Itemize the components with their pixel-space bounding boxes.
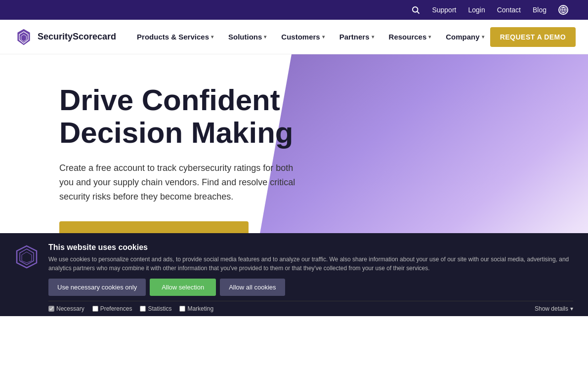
nav-blog-link[interactable]: Blog (533, 6, 546, 14)
nav-resources[interactable]: Resources ▾ (383, 29, 437, 45)
necessary-checkbox[interactable] (48, 306, 54, 312)
chevron-down-icon: ▾ (372, 34, 374, 40)
cookie-banner: This website uses cookies We use cookies… (0, 233, 588, 316)
cookie-checkbox-preferences[interactable]: Preferences (92, 305, 132, 312)
use-necessary-cookies-button[interactable]: Use necessary cookies only (48, 279, 146, 296)
top-bar: Support Login Contact Blog (0, 0, 588, 20)
cookie-text: We use cookies to personalize content an… (48, 255, 573, 273)
allow-selection-button[interactable]: Allow selection (150, 279, 216, 296)
nav-contact-link[interactable]: Contact (497, 6, 521, 14)
hero-title: Drive Confident Decision Making (59, 84, 306, 149)
nav-links: Products & Services ▾ Solutions ▾ Custom… (131, 29, 490, 45)
chevron-down-icon: ▾ (211, 34, 213, 40)
cookie-buttons: Use necessary cookies only Allow selecti… (48, 279, 573, 296)
nav-products-services[interactable]: Products & Services ▾ (131, 29, 219, 45)
hero-section: Drive Confident Decision Making Create a… (0, 54, 588, 316)
svg-line-1 (418, 11, 420, 13)
preferences-checkbox[interactable] (92, 306, 98, 312)
language-selector[interactable] (558, 5, 568, 15)
chevron-down-icon: ▾ (428, 34, 431, 40)
nav-support-link[interactable]: Support (432, 6, 456, 14)
nav-solutions[interactable]: Solutions ▾ (222, 29, 272, 45)
search-icon[interactable] (411, 5, 420, 14)
svg-point-0 (413, 7, 418, 12)
nav-login-link[interactable]: Login (468, 6, 485, 14)
nav-company[interactable]: Company ▾ (440, 29, 490, 45)
cookie-title: This website uses cookies (48, 243, 573, 252)
statistics-checkbox[interactable] (140, 306, 146, 312)
cookie-checkbox-necessary[interactable]: Necessary (48, 305, 84, 312)
chevron-down-icon: ▾ (264, 34, 266, 40)
logo-icon (15, 28, 33, 46)
logo[interactable]: SecurityScorecard (15, 28, 116, 46)
show-details-button[interactable]: Show details ▾ (535, 305, 573, 312)
cookie-checkbox-statistics[interactable]: Statistics (140, 305, 171, 312)
allow-all-cookies-button[interactable]: Allow all cookies (220, 279, 285, 296)
navbar: SecurityScorecard Products & Services ▾ … (0, 20, 588, 54)
hero-subtitle: Create a free account to track cybersecu… (59, 161, 306, 204)
svg-marker-11 (22, 252, 32, 263)
chevron-down-icon: ▾ (482, 34, 484, 40)
nav-customers[interactable]: Customers ▾ (275, 29, 330, 45)
cookie-checkbox-marketing[interactable]: Marketing (179, 305, 213, 312)
request-demo-button[interactable]: REQUEST A DEMO (490, 27, 576, 47)
cookie-icon (15, 245, 39, 269)
chevron-down-icon: ▾ (570, 305, 573, 312)
marketing-checkbox[interactable] (179, 306, 185, 312)
cookie-checkboxes: Necessary Preferences Statistics Marketi… (48, 301, 573, 316)
chevron-down-icon: ▾ (322, 34, 325, 40)
cookie-content: This website uses cookies We use cookies… (48, 243, 573, 316)
nav-partners[interactable]: Partners ▾ (334, 29, 380, 45)
logo-text: SecurityScorecard (38, 32, 116, 42)
